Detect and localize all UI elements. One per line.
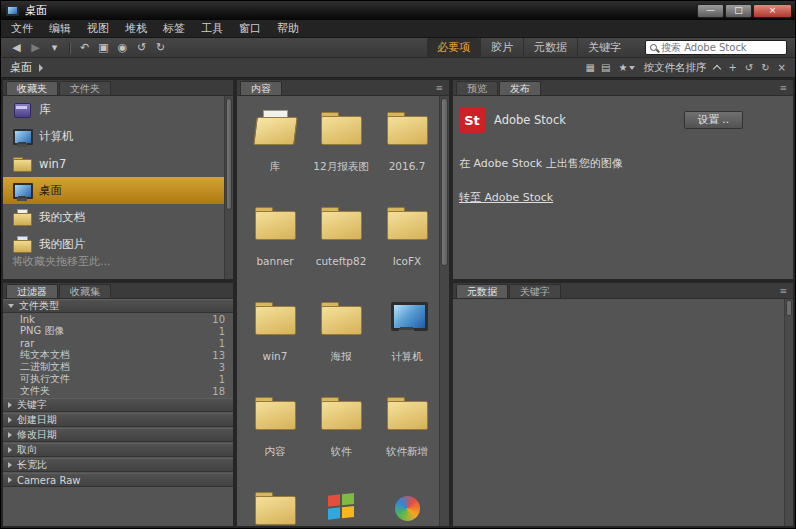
menu-item[interactable]: 窗口: [231, 20, 269, 37]
get-photos-from-camera-icon[interactable]: ▣: [94, 39, 113, 57]
menu-item[interactable]: 视图: [79, 20, 117, 37]
filter-item[interactable]: 文件夹 18: [3, 385, 233, 397]
content-item[interactable]: 计算机: [375, 290, 439, 385]
menu-item[interactable]: 工具: [193, 20, 231, 37]
favorites-item[interactable]: 我的文档: [3, 204, 224, 231]
menu-item[interactable]: 编辑: [41, 20, 79, 37]
panel-menu-icon[interactable]: ≡: [779, 286, 790, 298]
scrollbar-thumb[interactable]: [441, 98, 448, 266]
metadata-panel-tab[interactable]: 关键字: [509, 284, 561, 298]
favorites-panel-tab[interactable]: 收藏夹: [6, 81, 58, 95]
menu-item[interactable]: 帮助: [269, 20, 307, 37]
panel-menu-icon[interactable]: ≡: [779, 83, 790, 95]
filter-panel-tab[interactable]: 过滤器: [6, 284, 58, 298]
content-scrollbar[interactable]: [439, 96, 449, 526]
favorites-item[interactable]: 计算机: [3, 123, 224, 150]
filter-group-header[interactable]: 长宽比: [3, 458, 233, 472]
delete-item-icon[interactable]: ×: [778, 60, 786, 76]
new-folder-icon[interactable]: +: [728, 60, 736, 76]
breadcrumb[interactable]: 桌面: [10, 60, 32, 75]
metadata-scrollbar[interactable]: [784, 299, 793, 526]
rotate-left-icon[interactable]: ↺: [745, 60, 753, 76]
workspace-tab[interactable]: 元数据: [523, 38, 577, 57]
filter-group-header[interactable]: 修改日期: [3, 428, 233, 442]
filter-group-header[interactable]: 创建日期: [3, 413, 233, 427]
content-item[interactable]: 12月报表图: [309, 100, 373, 195]
workspace-tab[interactable]: 关键字: [577, 38, 631, 57]
favorites-item[interactable]: 桌面: [3, 177, 224, 204]
content-item[interactable]: 内容: [243, 385, 307, 480]
favorites-item[interactable]: win7: [3, 150, 224, 177]
rotate-right-icon[interactable]: ↻: [761, 60, 769, 76]
folder-icon: [12, 155, 32, 173]
pathbar: 桌面 ▦▤ ★ 按文件名排序 +↺↻×: [1, 58, 795, 78]
content-item[interactable]: win7: [243, 290, 307, 385]
chevron-right-icon: [8, 402, 12, 408]
menu-item[interactable]: 标签: [155, 20, 193, 37]
filter-item[interactable]: PNG 图像 1: [3, 325, 233, 337]
scrollbar-thumb[interactable]: [226, 98, 232, 210]
filter-group-header[interactable]: Camera Raw: [3, 473, 233, 487]
forward-icon[interactable]: ▶: [26, 39, 45, 57]
menu-item[interactable]: 文件: [3, 20, 41, 37]
stock-link[interactable]: 转至 Adobe Stock: [459, 190, 553, 205]
rotate-left-icon[interactable]: ↺: [132, 39, 151, 57]
content-item[interactable]: 2016.7: [375, 100, 439, 195]
back-icon[interactable]: ◀: [7, 39, 26, 57]
thumbnail-view-icon[interactable]: ▦: [586, 60, 595, 76]
detail-view-icon[interactable]: ▤: [601, 60, 610, 76]
content-item[interactable]: [243, 480, 307, 526]
filter-panel-tab[interactable]: 收藏集: [59, 284, 111, 298]
minimize-button[interactable]: —: [697, 4, 724, 18]
close-button[interactable]: ×: [753, 4, 792, 18]
right-panel-tab[interactable]: 预览: [456, 81, 498, 95]
favorites-panel-tab[interactable]: 文件夹: [59, 81, 111, 95]
sort-label[interactable]: 按文件名排序: [643, 61, 706, 75]
metadata-panel-tab[interactable]: 元数据: [456, 284, 508, 298]
filter-group-header[interactable]: 取向: [3, 443, 233, 457]
refine-icon[interactable]: ◉: [113, 39, 132, 57]
search-input[interactable]: [661, 42, 782, 53]
workspace-tab[interactable]: 必要项: [427, 38, 480, 57]
content-item[interactable]: 软件: [309, 385, 373, 480]
folder-icon: [385, 397, 429, 431]
chevron-right-icon: [8, 432, 12, 438]
workspace-tab[interactable]: 胶片: [480, 38, 523, 57]
filter-group-header[interactable]: 文件类型: [3, 299, 233, 313]
rotate-right-icon[interactable]: ↻: [151, 39, 170, 57]
right-panel-tab[interactable]: 发布: [499, 81, 541, 95]
content-item-label: 库: [270, 160, 281, 174]
panel-menu-icon[interactable]: ≡: [435, 83, 446, 95]
content-panel-tab[interactable]: 内容: [240, 81, 282, 95]
favorites-panel: 收藏夹文件夹 库 计算机: [3, 80, 233, 279]
sort-ascending-icon[interactable]: [713, 65, 721, 73]
windows-logo-icon: [319, 492, 363, 526]
content-item[interactable]: cuteftp82: [309, 195, 373, 290]
return-to-app-icon[interactable]: ↶: [75, 39, 94, 57]
content-item[interactable]: 库: [243, 100, 307, 195]
right-panel: 预览发布 ≡ St Adobe Stock 设置 .. 在 Adobe Stoc…: [453, 80, 793, 526]
titlebar: 桌面 — □ ×: [1, 1, 795, 20]
menubar: 文件编辑视图堆栈标签工具窗口帮助: [1, 20, 795, 38]
maximize-button[interactable]: □: [725, 4, 752, 18]
content-item[interactable]: IcoFX: [375, 195, 439, 290]
content-item[interactable]: [375, 480, 439, 526]
menu-item[interactable]: 堆栈: [117, 20, 155, 37]
scrollbar-thumb[interactable]: [786, 300, 792, 316]
toolbar: ◀▶▾ ↶▣◉↺↻ 必要项胶片元数据关键字: [1, 38, 795, 58]
favorites-scrollbar[interactable]: [224, 96, 233, 279]
publish-panel: 预览发布 ≡ St Adobe Stock 设置 .. 在 Adobe Stoc…: [453, 80, 793, 279]
content-item[interactable]: 软件新增: [375, 385, 439, 480]
content-item-label: banner: [256, 255, 293, 267]
favorites-item[interactable]: 库: [3, 96, 224, 123]
parent-folder-dropdown-icon[interactable]: ▾: [45, 39, 64, 57]
content-item[interactable]: banner: [243, 195, 307, 290]
content-item-label: 12月报表图: [313, 160, 368, 174]
documents-folder-icon: [12, 209, 32, 227]
filter-group-header[interactable]: 关键字: [3, 398, 233, 412]
adobe-stock-title: Adobe Stock: [494, 113, 566, 127]
content-item[interactable]: [309, 480, 373, 526]
stock-settings-button[interactable]: 设置 ..: [684, 111, 743, 129]
filter-by-rating-button[interactable]: ★: [618, 62, 635, 73]
content-item[interactable]: 海报: [309, 290, 373, 385]
